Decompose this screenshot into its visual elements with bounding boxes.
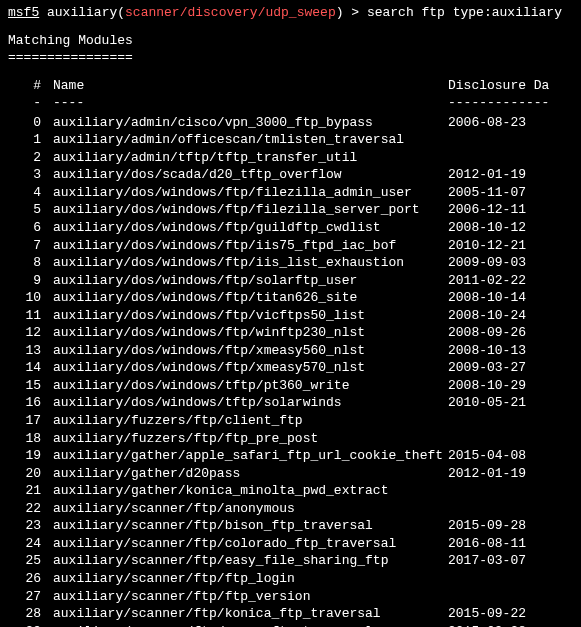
row-date — [448, 570, 568, 588]
row-date: 2008-10-12 — [448, 219, 568, 237]
row-idx: 10 — [8, 289, 53, 307]
row-idx: 21 — [8, 482, 53, 500]
row-name: auxiliary/gather/d20pass — [53, 465, 448, 483]
row-idx: 16 — [8, 394, 53, 412]
table-row: 9auxiliary/dos/windows/ftp/solarftp_user… — [8, 272, 573, 290]
row-name: auxiliary/scanner/ftp/pcman_ftp_traversa… — [53, 623, 448, 627]
row-name: auxiliary/dos/windows/tftp/solarwinds — [53, 394, 448, 412]
row-date: 2016-08-11 — [448, 535, 568, 553]
table-row: 7auxiliary/dos/windows/ftp/iis75_ftpd_ia… — [8, 237, 573, 255]
row-date: 2012-01-19 — [448, 166, 568, 184]
row-date: 2015-09-28 — [448, 623, 568, 627]
row-idx: 20 — [8, 465, 53, 483]
header-idx: # — [8, 77, 53, 95]
table-row: 27auxiliary/scanner/ftp/ftp_version — [8, 588, 573, 606]
table-row: 12auxiliary/dos/windows/ftp/winftp230_nl… — [8, 324, 573, 342]
row-name: auxiliary/admin/officescan/tmlisten_trav… — [53, 131, 448, 149]
table-row: 10auxiliary/dos/windows/ftp/titan626_sit… — [8, 289, 573, 307]
header-date-ul: ------------- — [448, 94, 568, 112]
table-row: 25auxiliary/scanner/ftp/easy_file_sharin… — [8, 552, 573, 570]
table-row: 8auxiliary/dos/windows/ftp/iis_list_exha… — [8, 254, 573, 272]
prompt-close: ) > — [336, 5, 367, 20]
table-header: # Name Disclosure Da — [8, 77, 573, 95]
row-idx: 13 — [8, 342, 53, 360]
table-row: 13auxiliary/dos/windows/ftp/xmeasy560_nl… — [8, 342, 573, 360]
row-name: auxiliary/dos/windows/tftp/pt360_write — [53, 377, 448, 395]
table-header-underline: - ---- ------------- — [8, 94, 573, 112]
row-idx: 4 — [8, 184, 53, 202]
row-name: auxiliary/scanner/ftp/konica_ftp_travers… — [53, 605, 448, 623]
row-idx: 9 — [8, 272, 53, 290]
row-idx: 0 — [8, 114, 53, 132]
prompt-command[interactable]: search ftp type:auxiliary — [367, 5, 562, 20]
row-date: 2008-10-14 — [448, 289, 568, 307]
row-date: 2015-04-08 — [448, 447, 568, 465]
row-date: 2006-12-11 — [448, 201, 568, 219]
row-name: auxiliary/dos/windows/ftp/filezilla_admi… — [53, 184, 448, 202]
row-idx: 29 — [8, 623, 53, 627]
table-row: 19auxiliary/gather/apple_safari_ftp_url_… — [8, 447, 573, 465]
row-date: 2010-05-21 — [448, 394, 568, 412]
table-row: 0auxiliary/admin/cisco/vpn_3000_ftp_bypa… — [8, 114, 573, 132]
row-idx: 24 — [8, 535, 53, 553]
row-idx: 6 — [8, 219, 53, 237]
row-name: auxiliary/scanner/ftp/ftp_version — [53, 588, 448, 606]
row-date: 2011-02-22 — [448, 272, 568, 290]
row-date: 2010-12-21 — [448, 237, 568, 255]
row-idx: 28 — [8, 605, 53, 623]
table-row: 4auxiliary/dos/windows/ftp/filezilla_adm… — [8, 184, 573, 202]
row-date — [448, 131, 568, 149]
table-row: 6auxiliary/dos/windows/ftp/guildftp_cwdl… — [8, 219, 573, 237]
table-row: 22auxiliary/scanner/ftp/anonymous — [8, 500, 573, 518]
table-row: 1auxiliary/admin/officescan/tmlisten_tra… — [8, 131, 573, 149]
table-row: 20auxiliary/gather/d20pass2012-01-19 — [8, 465, 573, 483]
row-date: 2017-03-07 — [448, 552, 568, 570]
prompt-line: msf5 auxiliary(scanner/discovery/udp_swe… — [8, 4, 573, 22]
row-name: auxiliary/scanner/ftp/colorado_ftp_trave… — [53, 535, 448, 553]
row-idx: 8 — [8, 254, 53, 272]
row-idx: 15 — [8, 377, 53, 395]
row-name: auxiliary/admin/tftp/tftp_transfer_util — [53, 149, 448, 167]
row-date: 2008-10-29 — [448, 377, 568, 395]
row-idx: 2 — [8, 149, 53, 167]
row-idx: 12 — [8, 324, 53, 342]
row-date: 2006-08-23 — [448, 114, 568, 132]
table-row: 28auxiliary/scanner/ftp/konica_ftp_trave… — [8, 605, 573, 623]
row-date — [448, 412, 568, 430]
row-date — [448, 588, 568, 606]
row-name: auxiliary/dos/windows/ftp/iis75_ftpd_iac… — [53, 237, 448, 255]
row-idx: 23 — [8, 517, 53, 535]
table-row: 3auxiliary/dos/scada/d20_tftp_overflow20… — [8, 166, 573, 184]
row-date — [448, 500, 568, 518]
row-idx: 14 — [8, 359, 53, 377]
row-idx: 26 — [8, 570, 53, 588]
row-idx: 25 — [8, 552, 53, 570]
table-row: 2auxiliary/admin/tftp/tftp_transfer_util — [8, 149, 573, 167]
row-idx: 5 — [8, 201, 53, 219]
row-idx: 7 — [8, 237, 53, 255]
row-name: auxiliary/dos/windows/ftp/guildftp_cwdli… — [53, 219, 448, 237]
table-row: 17auxiliary/fuzzers/ftp/client_ftp — [8, 412, 573, 430]
row-date: 2008-10-13 — [448, 342, 568, 360]
prompt-module: scanner/discovery/udp_sweep — [125, 5, 336, 20]
row-name: auxiliary/dos/windows/ftp/filezilla_serv… — [53, 201, 448, 219]
table-row: 29auxiliary/scanner/ftp/pcman_ftp_traver… — [8, 623, 573, 627]
row-name: auxiliary/scanner/ftp/easy_file_sharing_… — [53, 552, 448, 570]
row-date: 2008-09-26 — [448, 324, 568, 342]
row-name: auxiliary/gather/konica_minolta_pwd_extr… — [53, 482, 448, 500]
row-name: auxiliary/dos/windows/ftp/winftp230_nlst — [53, 324, 448, 342]
row-name: auxiliary/fuzzers/ftp/client_ftp — [53, 412, 448, 430]
row-name: auxiliary/fuzzers/ftp/ftp_pre_post — [53, 430, 448, 448]
row-idx: 22 — [8, 500, 53, 518]
table-row: 16auxiliary/dos/windows/tftp/solarwinds2… — [8, 394, 573, 412]
table-row: 21auxiliary/gather/konica_minolta_pwd_ex… — [8, 482, 573, 500]
table-row: 18auxiliary/fuzzers/ftp/ftp_pre_post — [8, 430, 573, 448]
header-date: Disclosure Da — [448, 77, 568, 95]
row-idx: 19 — [8, 447, 53, 465]
prompt-aux: auxiliary( — [39, 5, 125, 20]
row-date: 2008-10-24 — [448, 307, 568, 325]
row-date: 2009-03-27 — [448, 359, 568, 377]
row-date: 2015-09-28 — [448, 517, 568, 535]
row-name: auxiliary/dos/windows/ftp/xmeasy570_nlst — [53, 359, 448, 377]
header-name-ul: ---- — [53, 94, 448, 112]
